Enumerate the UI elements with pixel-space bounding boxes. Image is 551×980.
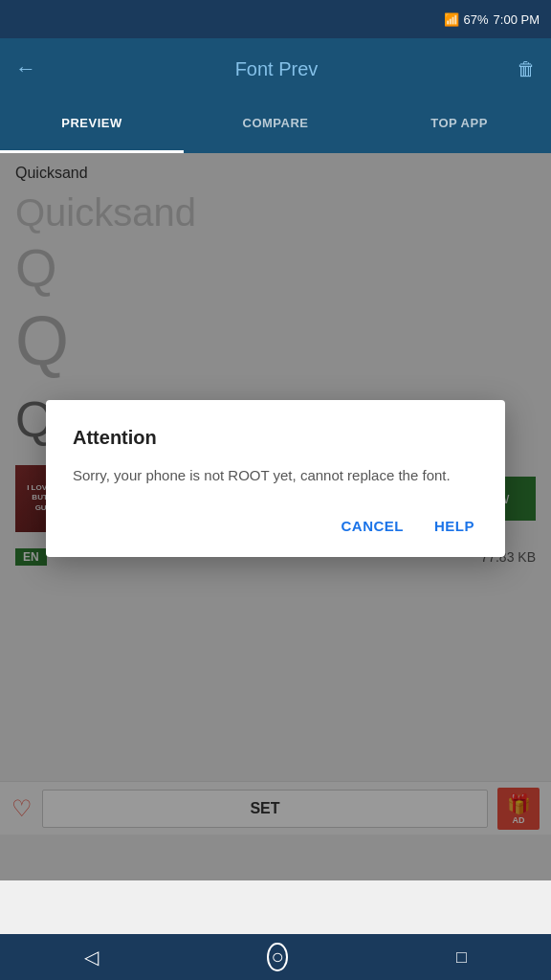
tab-compare[interactable]: COMPARE [184, 100, 367, 153]
modal-overlay: Attention Sorry, your phone is not ROOT … [0, 153, 551, 880]
cancel-button[interactable]: CANCEL [337, 510, 408, 542]
wifi-icon: 📶 [444, 12, 459, 27]
tab-top-app[interactable]: TOP APP [367, 100, 551, 153]
modal-buttons: CANCEL HELP [73, 510, 478, 542]
nav-home-icon[interactable]: ○ [267, 943, 287, 971]
page-title: Font Prev [52, 58, 501, 80]
nav-recent-icon[interactable]: □ [456, 947, 467, 968]
help-button[interactable]: HELP [430, 510, 478, 542]
status-bar: 📶 67% 7:00 PM [0, 0, 551, 38]
back-button[interactable]: ← [15, 56, 36, 81]
navigation-bar: ◁ ○ □ [0, 934, 551, 980]
delete-button[interactable]: 🗑 [517, 58, 536, 80]
modal-dialog: Attention Sorry, your phone is not ROOT … [46, 400, 505, 557]
nav-back-icon[interactable]: ◁ [84, 946, 99, 969]
modal-body: Sorry, your phone is not ROOT yet, canno… [73, 464, 478, 487]
tab-compare-label: COMPARE [243, 116, 309, 130]
tab-preview[interactable]: PREVIEW [0, 100, 184, 153]
status-icons: 📶 67% 7:00 PM [444, 12, 540, 27]
tabs-bar: PREVIEW COMPARE TOP APP [0, 100, 551, 153]
tab-top-app-label: TOP APP [430, 116, 488, 130]
tab-preview-label: PREVIEW [61, 116, 121, 130]
time-text: 7:00 PM [494, 12, 540, 27]
battery-text: 67% [464, 12, 489, 27]
main-content: Quicksand Quicksand Q Q Quicksand I LOVE… [0, 153, 551, 880]
modal-title: Attention [73, 427, 478, 449]
header: ← Font Prev 🗑 [0, 38, 551, 100]
